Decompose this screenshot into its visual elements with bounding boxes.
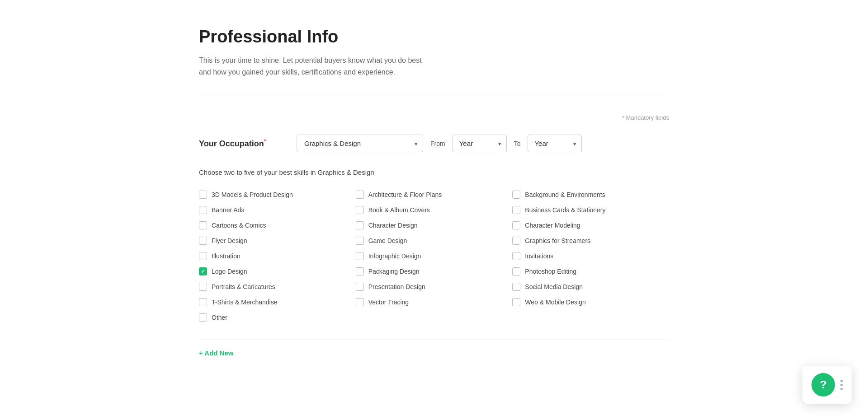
skill-checkbox[interactable] [512, 221, 520, 229]
to-year-select[interactable]: Year 2024202320222021 2020201920182017 2… [528, 135, 582, 152]
skill-label: Logo Design [212, 268, 247, 275]
skill-checkbox[interactable] [199, 283, 207, 291]
skill-checkbox[interactable] [356, 221, 364, 229]
skill-item[interactable]: Graphics for Streamers [512, 233, 669, 248]
skill-checkbox[interactable] [512, 237, 520, 245]
skill-item[interactable]: Other [199, 310, 356, 325]
page-subtitle: This is your time to shine. Let potentia… [199, 55, 669, 78]
skill-label: Presentation Design [368, 283, 425, 290]
skill-label: Character Design [368, 222, 418, 229]
skill-item[interactable]: Flyer Design [199, 233, 356, 248]
skill-label: Architecture & Floor Plans [368, 191, 442, 198]
skill-checkbox[interactable] [356, 206, 364, 214]
skill-label: Business Cards & Stationery [525, 206, 605, 214]
skill-checkbox[interactable] [199, 298, 207, 306]
skill-checkbox[interactable] [512, 267, 520, 275]
skill-item[interactable]: Packaging Design [356, 264, 513, 279]
skills-section: Choose two to five of your best skills i… [199, 168, 669, 357]
section-divider [199, 96, 669, 96]
skill-checkbox[interactable] [356, 252, 364, 260]
to-year-select-wrapper: Year 2024202320222021 2020201920182017 2… [528, 135, 582, 152]
skill-item[interactable]: Presentation Design [356, 279, 513, 294]
mandatory-note: * Mandatory fields [199, 114, 669, 121]
skill-checkbox[interactable] [356, 267, 364, 275]
skill-label: Book & Album Covers [368, 206, 430, 214]
skill-checkbox[interactable] [199, 237, 207, 245]
skill-item[interactable]: Cartoons & Comics [199, 218, 356, 233]
skill-item[interactable]: Infographic Design [356, 248, 513, 264]
skill-item[interactable]: Banner Ads [199, 202, 356, 218]
skill-checkbox[interactable] [512, 252, 520, 260]
skill-label: Background & Environments [525, 191, 605, 198]
skill-label: Cartoons & Comics [212, 222, 266, 229]
occupation-row: Your Occupation* Graphics & Design Progr… [199, 135, 669, 152]
skill-checkbox[interactable] [199, 267, 207, 275]
skill-label: Invitations [525, 252, 553, 260]
skill-label: Infographic Design [368, 252, 421, 260]
skill-checkbox[interactable] [199, 191, 207, 199]
skill-label: Illustration [212, 252, 241, 260]
skill-checkbox[interactable] [199, 313, 207, 322]
help-dots [840, 380, 843, 390]
skill-item[interactable]: Logo Design [199, 264, 356, 279]
skill-item[interactable]: Web & Mobile Design [512, 294, 669, 310]
skill-item[interactable]: Game Design [356, 233, 513, 248]
skill-checkbox[interactable] [199, 221, 207, 229]
skill-checkbox[interactable] [356, 283, 364, 291]
skill-label: Banner Ads [212, 206, 244, 214]
skill-label: Flyer Design [212, 237, 247, 244]
skill-label: 3D Models & Product Design [212, 191, 293, 198]
skill-checkbox[interactable] [512, 298, 520, 306]
skill-item[interactable]: Architecture & Floor Plans [356, 187, 513, 202]
occupation-select[interactable]: Graphics & Design Programming & Tech Dig… [297, 135, 423, 152]
skill-item[interactable]: Business Cards & Stationery [512, 202, 669, 218]
skill-checkbox[interactable] [512, 191, 520, 199]
skills-instruction: Choose two to five of your best skills i… [199, 168, 669, 176]
skill-item[interactable]: 3D Models & Product Design [199, 187, 356, 202]
add-new-divider [199, 340, 669, 340]
skill-checkbox[interactable] [356, 191, 364, 199]
skill-item[interactable]: Character Design [356, 218, 513, 233]
skill-label: T-Shirts & Merchandise [212, 299, 278, 306]
skill-checkbox[interactable] [199, 252, 207, 260]
skill-label: Character Modeling [525, 222, 580, 229]
skill-checkbox[interactable] [512, 206, 520, 214]
skill-checkbox[interactable] [356, 298, 364, 306]
from-year-select[interactable]: Year 2024202320222021 2020201920182017 2… [453, 135, 507, 152]
occupation-label: Your Occupation* [199, 138, 289, 149]
skills-grid: 3D Models & Product DesignArchitecture &… [199, 187, 669, 325]
skill-label: Packaging Design [368, 268, 420, 275]
skill-label: Photoshop Editing [525, 268, 576, 275]
skill-item[interactable]: Background & Environments [512, 187, 669, 202]
skill-item[interactable]: Book & Album Covers [356, 202, 513, 218]
skill-label: Other [212, 314, 227, 321]
occupation-select-wrapper: Graphics & Design Programming & Tech Dig… [297, 135, 423, 152]
skill-checkbox[interactable] [356, 237, 364, 245]
help-panel: ? [802, 366, 852, 404]
help-button[interactable]: ? [811, 373, 835, 397]
to-label: To [514, 140, 521, 147]
skill-item[interactable]: Invitations [512, 248, 669, 264]
skill-label: Graphics for Streamers [525, 237, 590, 244]
skill-item[interactable]: Social Media Design [512, 279, 669, 294]
skill-item[interactable]: Illustration [199, 248, 356, 264]
skill-item[interactable]: Vector Tracing [356, 294, 513, 310]
page-title: Professional Info [199, 27, 669, 47]
skill-label: Portraits & Caricatures [212, 283, 275, 290]
skill-item[interactable]: Portraits & Caricatures [199, 279, 356, 294]
skill-item[interactable]: Photoshop Editing [512, 264, 669, 279]
from-label: From [430, 140, 445, 147]
from-year-select-wrapper: Year 2024202320222021 2020201920182017 2… [453, 135, 507, 152]
skill-label: Social Media Design [525, 283, 583, 290]
skill-label: Vector Tracing [368, 299, 409, 306]
add-new-button[interactable]: + Add New [199, 349, 234, 357]
skill-label: Game Design [368, 237, 407, 244]
skill-checkbox[interactable] [199, 206, 207, 214]
skill-label: Web & Mobile Design [525, 299, 585, 306]
skill-item[interactable]: T-Shirts & Merchandise [199, 294, 356, 310]
skill-checkbox[interactable] [512, 283, 520, 291]
skill-item[interactable]: Character Modeling [512, 218, 669, 233]
